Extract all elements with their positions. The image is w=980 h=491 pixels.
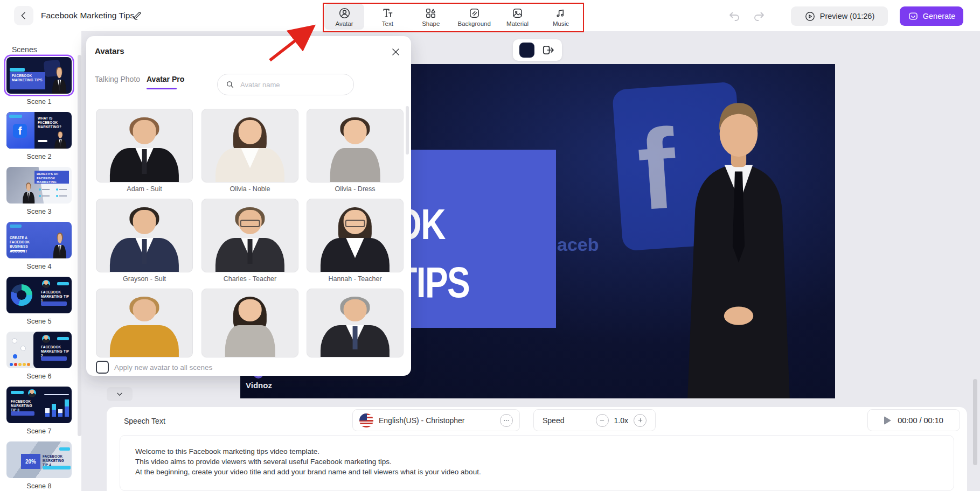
underline-decor <box>11 250 25 251</box>
scene-pill <box>41 356 67 361</box>
toolbar-item-text[interactable]: Text <box>367 4 407 30</box>
avatar-card[interactable] <box>201 289 298 357</box>
voice-selector[interactable]: English(US) - Christopher <box>352 409 520 431</box>
presenter-chip <box>42 280 50 288</box>
scene-tag <box>10 225 22 228</box>
donut-chart <box>11 284 32 306</box>
avatar-name: Adam - Suit <box>96 185 193 193</box>
scene-label: Scene 2 <box>0 153 78 160</box>
scene-label: Scene 1 <box>0 98 78 106</box>
scene-presenter <box>20 180 37 204</box>
voice-name: English(US) - Christopher <box>379 416 495 425</box>
scene-thumbnail-6[interactable]: FACEBOOK MARKETING TIP 2 <box>6 332 72 368</box>
play-circle-icon <box>804 11 816 22</box>
toolbar-item-material[interactable]: Material <box>498 4 538 30</box>
edit-title-icon[interactable] <box>131 10 143 22</box>
generate-label: Generate <box>923 12 955 20</box>
apply-all-checkbox[interactable] <box>96 361 109 374</box>
panel-title: Avatars <box>95 46 124 55</box>
scene-label: Scene 6 <box>0 373 78 380</box>
generate-button[interactable]: Generate <box>900 6 963 26</box>
speed-label: Speed <box>543 416 564 425</box>
scene-label: Scene 7 <box>0 427 78 435</box>
editor-toolbar: Avatar Text Shape Background Material Mu… <box>324 4 581 30</box>
scene-thumbnail-3[interactable]: BENEFITS OF FACEBOOK MARKETING <box>6 167 72 204</box>
scene-thumbnail-5[interactable]: FACEBOOK MARKETING TIP 1 <box>6 277 72 313</box>
scene-title-block: BENEFITS OF FACEBOOK MARKETING <box>34 171 69 184</box>
plus-icon <box>637 417 644 424</box>
scene-presenter <box>52 129 68 149</box>
panel-scrollbar[interactable] <box>406 106 409 155</box>
scenes-heading: Scenes <box>12 45 37 54</box>
transition-icon[interactable] <box>541 43 555 57</box>
scene-presenter <box>50 64 69 94</box>
tab-talking-photo[interactable]: Talking Photo <box>95 75 140 83</box>
voice-options-button[interactable] <box>500 414 513 427</box>
scene-pill <box>11 411 34 416</box>
back-button[interactable] <box>14 6 33 25</box>
time-display: 00:00 / 00:10 <box>898 416 943 425</box>
avatar-card[interactable] <box>96 289 193 357</box>
scene-label: Scene 3 <box>0 208 78 215</box>
toolbar-item-background[interactable]: Background <box>454 4 494 30</box>
scene-tag <box>57 282 69 285</box>
sidebar-scrollbar[interactable] <box>78 55 81 436</box>
facebook-cube: f <box>13 124 27 138</box>
presenter-chip <box>42 335 50 343</box>
scene-pill <box>41 301 67 306</box>
avatar-card-charles-teacher[interactable] <box>201 199 298 272</box>
scene-thumbnail-1[interactable]: FACEBOOK MARKETING TIPS <box>6 57 72 94</box>
avatar-search <box>217 74 354 95</box>
avatar-card-olivia-dress[interactable] <box>307 109 404 183</box>
toolbar-label: Shape <box>422 20 440 27</box>
scene-pill <box>43 466 71 469</box>
close-icon[interactable] <box>389 45 402 58</box>
scene-thumbnail-2[interactable]: f WHAT IS FACEBOOK MARKETING? <box>6 112 72 149</box>
page-scrollbar[interactable] <box>973 379 977 465</box>
avatar-card-adam-suit[interactable] <box>96 109 193 183</box>
apply-all-scenes-row[interactable]: Apply new avatar to all scenes <box>96 361 212 374</box>
scene-label: Scene 8 <box>0 482 78 490</box>
minus-icon <box>599 417 606 424</box>
toolbar-item-music[interactable]: Music <box>541 4 581 30</box>
toolbar-item-shape[interactable]: Shape <box>411 4 451 30</box>
speech-text-editor[interactable]: Welcome to this Facebook marketing tips … <box>120 435 954 491</box>
scene-label: Scene 5 <box>0 318 78 325</box>
scene-thumbnail-7[interactable]: FACEBOOK MARKETING TIP 3 <box>6 387 72 423</box>
scene-thumbnail-8[interactable]: 20% FACEBOOK MARKETING TIP 4 <box>6 441 72 478</box>
speed-value: 1.0x <box>614 416 628 425</box>
speed-decrease-button[interactable] <box>596 414 609 427</box>
redo-icon[interactable] <box>752 9 766 23</box>
project-title: Facebook Marketing Tips <box>41 11 134 20</box>
scene-title-block: FACEBOOK MARKETING TIPS <box>10 72 45 89</box>
scene-tag <box>59 447 70 451</box>
toolbar-label: Music <box>553 20 569 27</box>
undo-icon[interactable] <box>727 9 741 23</box>
speed-increase-button[interactable] <box>634 414 647 427</box>
audio-preview[interactable]: 00:00 / 00:10 <box>867 409 960 431</box>
search-input[interactable] <box>239 80 338 89</box>
speech-panel: Speech Text English(US) - Christopher Sp… <box>107 407 967 491</box>
presenter-avatar[interactable] <box>671 83 806 398</box>
avatar-card-grayson-suit[interactable] <box>96 199 193 272</box>
scene-tag <box>57 337 69 340</box>
scene-thumbnail-4[interactable]: CREATE A FACEBOOK BUSINESS ACCOUNT <box>6 222 72 258</box>
collapse-panel-button[interactable] <box>107 387 133 401</box>
bar <box>65 399 69 417</box>
play-icon <box>884 416 891 425</box>
preview-button[interactable]: Preview (01:26) <box>791 6 888 26</box>
avatar-name: Olivia - Dress <box>307 185 404 193</box>
us-flag-icon <box>359 413 373 427</box>
presenter-chip <box>28 389 36 397</box>
avatar-card[interactable] <box>307 289 404 357</box>
scene-label: Scene 4 <box>0 263 78 270</box>
avatar-name: Olivia - Noble <box>201 185 298 193</box>
avatar-card-olivia-noble[interactable] <box>201 109 298 183</box>
arrow-decor <box>38 140 47 142</box>
toolbar-item-avatar[interactable]: Avatar <box>324 4 364 30</box>
generate-face-icon <box>908 11 919 22</box>
tab-avatar-pro[interactable]: Avatar Pro <box>147 75 184 83</box>
avatar-card-hannah-teacher[interactable] <box>307 199 404 272</box>
background-color-swatch[interactable] <box>519 43 534 58</box>
scene-tag <box>9 115 22 118</box>
